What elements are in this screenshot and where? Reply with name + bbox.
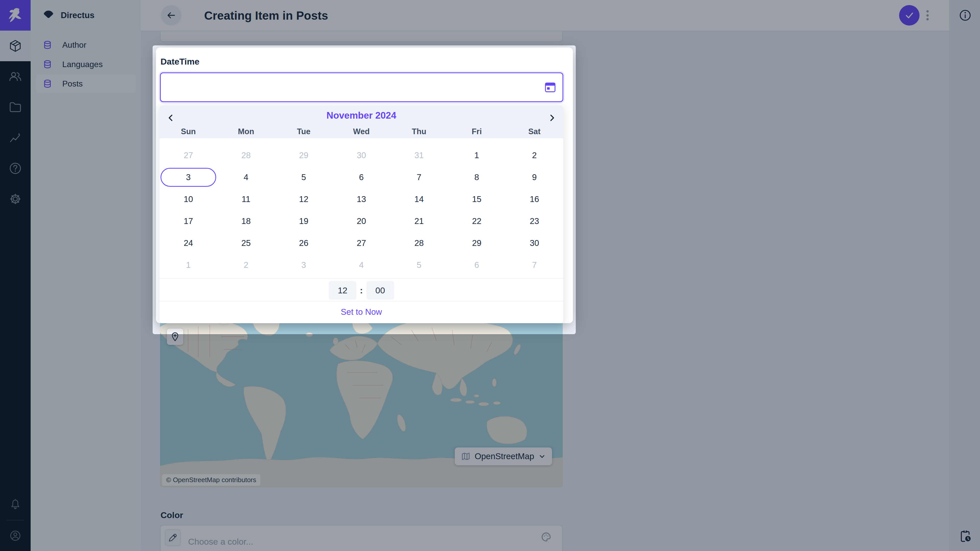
- calendar-day[interactable]: 27: [332, 232, 390, 254]
- module-settings[interactable]: [0, 184, 30, 214]
- calendar-day[interactable]: 19: [275, 210, 332, 232]
- previous-month-button[interactable]: [163, 110, 178, 125]
- calendar-day[interactable]: 14: [390, 188, 448, 210]
- basemap-selector[interactable]: OpenStreetMap: [455, 448, 552, 465]
- calendar-day[interactable]: 18: [217, 210, 275, 232]
- calendar-day[interactable]: 29: [448, 232, 506, 254]
- collection-nav-item[interactable]: Languages: [36, 55, 136, 74]
- calendar-day[interactable]: 30: [506, 232, 563, 254]
- calendar-day[interactable]: 13: [332, 188, 390, 210]
- basemap-label: OpenStreetMap: [475, 451, 534, 461]
- calendar-day[interactable]: 30: [332, 144, 390, 166]
- next-month-button[interactable]: [544, 110, 560, 125]
- collection-nav-item[interactable]: Posts: [36, 74, 136, 94]
- calendar-day[interactable]: 7: [506, 254, 563, 276]
- notifications-button[interactable]: [0, 489, 30, 520]
- save-button[interactable]: [899, 5, 920, 25]
- map-search-location-button[interactable]: [167, 329, 183, 345]
- collection-nav-label: Author: [62, 40, 86, 50]
- calendar-day[interactable]: 28: [390, 232, 448, 254]
- calendar-day[interactable]: 31: [390, 144, 448, 166]
- calendar-day[interactable]: 6: [332, 166, 390, 188]
- calendar-day[interactable]: 22: [448, 210, 506, 232]
- module-content[interactable]: [0, 30, 30, 61]
- calendar-day[interactable]: 9: [506, 166, 563, 188]
- collections-sidebar: Directus Author Languages Posts: [30, 0, 141, 551]
- gear-icon: [8, 192, 22, 206]
- calendar-day[interactable]: 4: [217, 166, 275, 188]
- calendar-day[interactable]: 5: [390, 254, 448, 276]
- calendar-day[interactable]: 5: [275, 166, 332, 188]
- color-swatch-button[interactable]: [165, 529, 181, 546]
- color-placeholder: Choose a color...: [188, 526, 253, 551]
- bell-icon: [9, 498, 22, 511]
- color-input[interactable]: Choose a color...: [160, 525, 563, 551]
- palette-icon[interactable]: [541, 532, 552, 542]
- info-button[interactable]: [950, 3, 980, 27]
- calendar-day-header: Mon: [217, 125, 275, 138]
- calendar-day[interactable]: 29: [275, 144, 332, 166]
- chevron-left-icon: [166, 113, 175, 122]
- datetime-input[interactable]: [160, 73, 563, 102]
- more-options-button[interactable]: [925, 10, 930, 21]
- database-icon: [43, 40, 52, 49]
- pending-actions-icon: [958, 529, 972, 543]
- module-insights[interactable]: [0, 122, 30, 153]
- calendar-day[interactable]: 11: [217, 188, 275, 210]
- help-icon: [8, 162, 22, 175]
- collection-nav-item[interactable]: Author: [36, 35, 136, 55]
- calendar-day[interactable]: 21: [390, 210, 448, 232]
- calendar-day[interactable]: 15: [448, 188, 506, 210]
- info-icon: [959, 9, 972, 22]
- datetime-popup: DateTime November 2024 Su: [156, 48, 573, 323]
- calendar-day[interactable]: 2: [217, 254, 275, 276]
- calendar-day[interactable]: 25: [217, 232, 275, 254]
- check-icon: [904, 10, 915, 21]
- calendar-icon[interactable]: [544, 81, 557, 94]
- calendar-day[interactable]: 17: [159, 210, 217, 232]
- database-icon: [43, 79, 52, 88]
- box-icon: [8, 39, 22, 53]
- project-bar[interactable]: Directus: [30, 0, 141, 30]
- calendar-day-header: Sun: [159, 125, 217, 138]
- calendar-day[interactable]: 2: [506, 144, 563, 166]
- calendar-day[interactable]: 1: [159, 254, 217, 276]
- account-button[interactable]: [0, 520, 30, 551]
- module-help[interactable]: [0, 153, 30, 184]
- users-icon: [8, 70, 22, 83]
- kebab-dot: [926, 10, 929, 13]
- time-row: 12 : 00: [159, 279, 563, 301]
- calendar-day[interactable]: 23: [506, 210, 563, 232]
- avatar-icon: [9, 529, 22, 542]
- calendar-day[interactable]: 28: [217, 144, 275, 166]
- divider: [159, 278, 563, 279]
- calendar-day[interactable]: 1: [448, 144, 506, 166]
- calendar-day[interactable]: 27: [159, 144, 217, 166]
- calendar-day[interactable]: 16: [506, 188, 563, 210]
- calendar-day[interactable]: 7: [390, 166, 448, 188]
- calendar-day[interactable]: 4: [332, 254, 390, 276]
- page-title: Creating Item in Posts: [204, 9, 328, 22]
- previous-field-input[interactable]: [160, 30, 563, 42]
- revisions-button[interactable]: [950, 524, 980, 548]
- calendar-day[interactable]: 6: [448, 254, 506, 276]
- calendar-day[interactable]: 3: [275, 254, 332, 276]
- hour-input[interactable]: 12: [329, 281, 356, 300]
- datetime-field-label: DateTime: [161, 57, 199, 67]
- calendar-day[interactable]: 3: [159, 166, 217, 188]
- calendar-day[interactable]: 10: [159, 188, 217, 210]
- minute-input[interactable]: 00: [366, 281, 394, 300]
- calendar-day[interactable]: 24: [159, 232, 217, 254]
- calendar-day[interactable]: 26: [275, 232, 332, 254]
- module-files[interactable]: [0, 92, 30, 122]
- module-users[interactable]: [0, 61, 30, 92]
- color-field-label: Color: [161, 510, 183, 520]
- calendar-day[interactable]: 8: [448, 166, 506, 188]
- map-field[interactable]: © OpenStreetMap contributors OpenStreetM…: [160, 319, 563, 487]
- calendar-day[interactable]: 20: [332, 210, 390, 232]
- set-to-now-button[interactable]: Set to Now: [159, 307, 563, 317]
- back-button[interactable]: [161, 5, 181, 25]
- calendar-day[interactable]: 12: [275, 188, 332, 210]
- month-label: November 2024: [159, 110, 563, 121]
- directus-logo-button[interactable]: [0, 0, 30, 30]
